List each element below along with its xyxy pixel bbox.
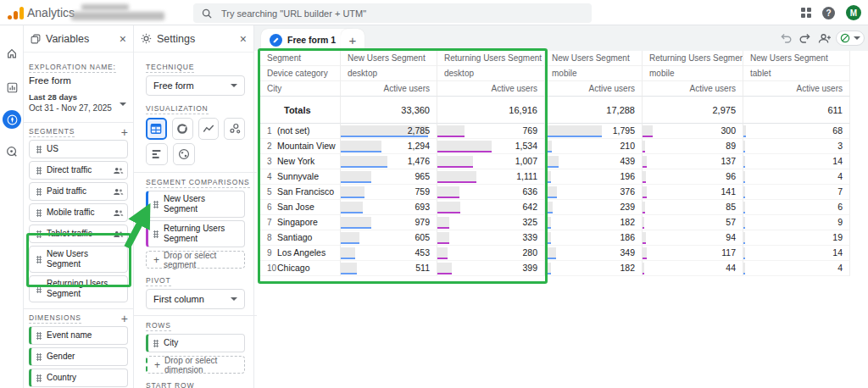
data-cell[interactable]: 1,294 bbox=[341, 139, 437, 154]
data-cell[interactable]: 117 bbox=[643, 246, 743, 261]
exploration-name-value[interactable]: Free form bbox=[29, 75, 128, 86]
data-cell[interactable]: 141 bbox=[643, 185, 743, 200]
segment-chip[interactable]: Returning Users Segment bbox=[29, 275, 128, 302]
data-cell[interactable]: 2,785 bbox=[341, 124, 437, 139]
city-cell[interactable]: 6San Jose bbox=[260, 200, 341, 215]
data-cell[interactable]: 68 bbox=[743, 124, 850, 139]
technique-select[interactable]: Free form bbox=[146, 75, 245, 96]
add-segment-icon[interactable]: + bbox=[121, 127, 128, 137]
viz-geo-icon[interactable] bbox=[173, 143, 195, 165]
add-dimension-icon[interactable]: + bbox=[121, 313, 128, 324]
header-cell-device[interactable]: desktop bbox=[341, 66, 437, 81]
data-cell[interactable]: 1,476 bbox=[341, 154, 437, 169]
data-cell[interactable]: 89 bbox=[643, 139, 743, 154]
city-cell[interactable]: 3New York bbox=[260, 154, 341, 169]
data-cell[interactable]: 182 bbox=[545, 261, 643, 276]
city-cell[interactable]: 5San Francisco bbox=[260, 185, 341, 200]
header-cell-device[interactable]: desktop bbox=[437, 66, 545, 81]
city-cell[interactable]: 2Mountain View bbox=[260, 139, 341, 154]
data-cell[interactable]: 14 bbox=[743, 154, 850, 169]
comparison-segment-chip[interactable]: New Users Segment bbox=[146, 191, 245, 218]
data-cell[interactable]: 19 bbox=[743, 230, 850, 246]
segment-chip[interactable]: US bbox=[29, 140, 128, 158]
data-cell[interactable]: 239 bbox=[545, 200, 643, 215]
undo-icon[interactable] bbox=[778, 30, 793, 46]
drag-handle-icon[interactable] bbox=[36, 230, 42, 238]
header-cell[interactable]: Device category bbox=[260, 66, 341, 81]
dimension-chip[interactable]: Country bbox=[29, 369, 128, 387]
data-cell[interactable]: 4 bbox=[743, 261, 850, 276]
drop-segment-zone[interactable]: +Drop or select segment bbox=[146, 251, 245, 269]
rows-dimension-chip[interactable]: City bbox=[146, 334, 245, 352]
header-cell[interactable]: City bbox=[260, 81, 341, 97]
drag-handle-icon[interactable] bbox=[153, 230, 159, 238]
header-cell-device[interactable]: tablet bbox=[743, 66, 850, 81]
close-icon[interactable]: × bbox=[240, 33, 247, 45]
data-cell[interactable]: 280 bbox=[437, 246, 545, 261]
segment-chip[interactable]: New Users Segment bbox=[29, 246, 128, 273]
header-cell-metric[interactable]: Active users bbox=[437, 81, 545, 97]
drag-handle-icon[interactable] bbox=[36, 188, 42, 196]
data-cell[interactable]: 186 bbox=[545, 230, 643, 246]
data-cell[interactable]: 325 bbox=[437, 215, 545, 230]
data-cell[interactable]: 44 bbox=[643, 261, 743, 276]
data-cell[interactable]: 769 bbox=[437, 124, 545, 139]
viz-table-icon[interactable] bbox=[146, 118, 167, 140]
data-cell[interactable]: 9 bbox=[743, 215, 850, 230]
apps-grid-icon[interactable] bbox=[801, 8, 811, 18]
data-cell[interactable]: 339 bbox=[437, 230, 545, 246]
segment-chip[interactable]: Direct traffic bbox=[29, 161, 128, 180]
data-quality-menu[interactable] bbox=[836, 30, 865, 46]
drag-handle-icon[interactable] bbox=[153, 201, 159, 208]
drag-handle-icon[interactable] bbox=[36, 146, 42, 153]
header-cell-device[interactable]: mobile bbox=[643, 66, 743, 81]
segment-chip[interactable]: Mobile traffic bbox=[29, 203, 128, 222]
data-cell[interactable]: 300 bbox=[643, 124, 743, 139]
data-cell[interactable]: 1,007 bbox=[437, 154, 545, 169]
viz-line-icon[interactable] bbox=[198, 118, 220, 140]
drag-handle-icon[interactable] bbox=[36, 167, 42, 175]
viz-scatter-icon[interactable] bbox=[224, 118, 245, 140]
city-cell[interactable]: 9Los Angeles bbox=[260, 246, 341, 261]
header-cell[interactable]: Segment bbox=[260, 51, 341, 66]
city-cell[interactable]: 8Santiago bbox=[260, 230, 341, 246]
data-cell[interactable]: 96 bbox=[643, 169, 743, 185]
search-input[interactable] bbox=[220, 8, 542, 19]
drag-handle-icon[interactable] bbox=[36, 285, 42, 293]
redo-icon[interactable] bbox=[797, 30, 812, 46]
header-cell-segment[interactable]: New Users Segment bbox=[545, 51, 643, 66]
data-cell[interactable]: 137 bbox=[643, 154, 743, 169]
reports-icon[interactable] bbox=[3, 78, 21, 97]
comparison-segment-chip[interactable]: Returning Users Segment bbox=[146, 220, 245, 247]
home-icon[interactable] bbox=[3, 44, 21, 63]
data-cell[interactable]: 979 bbox=[341, 215, 437, 230]
dimension-chip[interactable]: Event name bbox=[29, 326, 128, 345]
data-cell[interactable]: 511 bbox=[341, 261, 437, 276]
data-cell[interactable]: 1,534 bbox=[437, 139, 545, 154]
city-cell[interactable]: 7Singapore bbox=[260, 215, 341, 230]
data-cell[interactable]: 636 bbox=[437, 185, 545, 200]
data-cell[interactable]: 1,795 bbox=[545, 124, 643, 139]
header-cell-segment[interactable]: New Users Segment bbox=[341, 51, 437, 66]
city-cell[interactable]: 1(not set) bbox=[260, 124, 341, 139]
data-cell[interactable]: 196 bbox=[545, 169, 643, 185]
header-cell-segment[interactable]: New Users Segment bbox=[743, 51, 850, 66]
add-tab-button[interactable]: + bbox=[341, 29, 364, 51]
city-cell[interactable]: 10Chicago bbox=[260, 261, 341, 276]
viz-bar-icon[interactable] bbox=[146, 143, 168, 165]
header-cell-segment[interactable]: Returning Users Segment bbox=[437, 51, 545, 66]
data-cell[interactable]: 14 bbox=[743, 246, 850, 261]
drag-handle-icon[interactable] bbox=[153, 340, 159, 347]
city-cell[interactable]: 4Sunnyvale bbox=[260, 169, 341, 185]
data-cell[interactable]: 210 bbox=[545, 139, 643, 154]
advertising-icon[interactable] bbox=[3, 142, 21, 161]
help-icon[interactable]: ? bbox=[822, 7, 835, 19]
drag-handle-icon[interactable] bbox=[36, 332, 42, 340]
data-cell[interactable]: 376 bbox=[545, 185, 643, 200]
data-cell[interactable]: 57 bbox=[643, 215, 743, 230]
dimension-chip[interactable]: Gender bbox=[29, 347, 128, 366]
data-cell[interactable]: 399 bbox=[437, 261, 545, 276]
header-cell-metric[interactable]: Active users bbox=[643, 81, 743, 97]
data-cell[interactable]: 693 bbox=[341, 200, 437, 215]
header-cell-segment[interactable]: Returning Users Segment bbox=[643, 51, 743, 66]
